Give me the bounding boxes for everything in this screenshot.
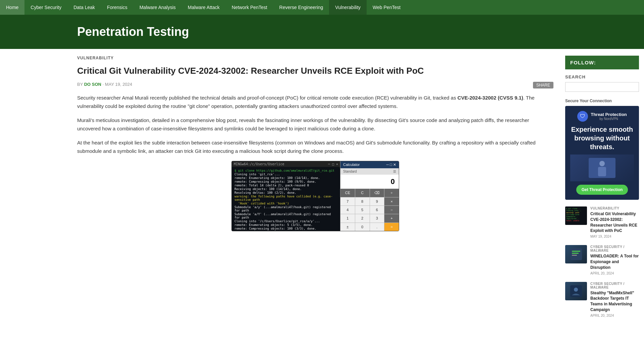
related-title-1[interactable]: Critical Git Vulnerability CVE-2024-3200… <box>590 211 639 234</box>
related-info-3: CYBER SECURITY / MALWARE Stealthy "MadMx… <box>590 282 639 317</box>
page-title: Penetration Testing <box>77 25 637 39</box>
calc-btn-3[interactable]: 3 <box>370 214 384 222</box>
svg-rect-3 <box>572 251 580 252</box>
calc-btn-6[interactable]: 6 <box>370 206 384 214</box>
calc-btn-multiply[interactable]: × <box>384 197 399 205</box>
calc-btn-c[interactable]: C <box>355 189 370 197</box>
shield-icon: 🛡 <box>577 111 588 122</box>
calc-mode-label: Standard <box>343 170 357 173</box>
ad-headline: Experience smooth browsing without threa… <box>570 125 634 151</box>
related-title-2[interactable]: WINELOADER: A Tool for Espionage and Dis… <box>590 253 639 270</box>
ad-person-illustration <box>589 158 615 178</box>
terminal-line-8: warning: the following paths have collid… <box>234 195 337 201</box>
nav-vulnerability[interactable]: Vulnerability <box>329 0 367 15</box>
sidebar-search-title: SEARCH <box>565 74 639 79</box>
ad-brand: Threat Protection <box>591 112 627 117</box>
wineloader-icon <box>569 247 584 262</box>
terminal-line-11: Submodule 'a/Y' (...amalmurali47/hook.gi… <box>234 213 337 219</box>
ad-image <box>570 155 634 181</box>
terminal-line-4: remote: Compressing objects: 100 (9/9), … <box>234 180 337 183</box>
svg-rect-4 <box>572 253 579 254</box>
calc-btn-1[interactable]: 1 <box>340 214 355 222</box>
terminal-line-9: 'Hook' collided with 'hook') <box>234 202 337 205</box>
page-header: Penetration Testing <box>0 15 644 49</box>
article-body: Security researcher Amal Murali recently… <box>77 94 553 156</box>
calc-btn-plus-minus[interactable]: ± <box>340 223 355 231</box>
calc-btn-decimal[interactable]: . <box>370 223 384 231</box>
calc-btn-add[interactable]: + <box>384 214 399 222</box>
ad-logo: 🛡 Threat Protection by NordVPN <box>570 111 634 122</box>
person-svg <box>595 160 609 176</box>
related-thumb-1: $ git clone... Cloning into... warning: … <box>565 206 587 225</box>
related-date-3: APRIL 20, 2024 <box>590 314 639 317</box>
sidebar-search: SEARCH <box>565 74 639 92</box>
nav-forensics[interactable]: Forensics <box>101 0 133 15</box>
nav-cyber-security[interactable]: Cyber Security <box>24 0 67 15</box>
calc-btn-4[interactable]: 4 <box>340 206 355 214</box>
calc-btn-backspace[interactable]: ⌫ <box>370 189 384 197</box>
search-input[interactable] <box>565 82 639 92</box>
article-category: VULNERABILITY <box>77 56 553 60</box>
terminal-line-14: remote: Compressing objects: 100 (3/3), … <box>234 227 337 230</box>
calc-btn-7[interactable]: 7 <box>340 197 355 205</box>
terminal-line-10: Submodule 'a/y' (...amalmurali47/hook.gi… <box>234 205 337 212</box>
terminal-line-7: Resolving deltas: 100 (2/2), done. <box>234 191 337 194</box>
article-meta: BY DO SON · MAY 19, 2024 SHARE <box>77 82 553 87</box>
secure-connection-title: Secure Your Connection <box>565 99 639 103</box>
main-content: VULNERABILITY Critical Git Vulnerability… <box>0 49 560 331</box>
related-article-3: CYBER SECURITY / MALWARE Stealthy "MadMx… <box>565 282 639 317</box>
related-article-2: CYBER SECURITY / MALWARE WINELOADER: A T… <box>565 245 639 275</box>
related-info-2: CYBER SECURITY / MALWARE WINELOADER: A T… <box>590 245 639 275</box>
calc-btn-ce[interactable]: CE <box>340 189 355 197</box>
calc-btn-8[interactable]: 8 <box>355 197 370 205</box>
related-date-2: APRIL 20, 2024 <box>590 272 639 275</box>
ad-cta-button[interactable]: Get Threat Protection <box>576 185 628 195</box>
related-cat-2: CYBER SECURITY / MALWARE <box>590 245 639 252</box>
nav-network-pentest[interactable]: Network PenTest <box>226 0 273 15</box>
sidebar-follow: FOLLOW: <box>565 56 639 69</box>
terminal-line-12: Cloning into '/c/Users/Userlice/git_rce/… <box>234 220 337 223</box>
calc-btn-2[interactable]: 2 <box>355 214 370 222</box>
calc-buttons: CE C ⌫ ÷ 7 8 9 × 4 5 6 − 1 2 3 + ± <box>340 189 399 231</box>
ad-box: 🛡 Threat Protection by NordVPN Experienc… <box>565 106 639 200</box>
nav-malware-attack[interactable]: Malware Attack <box>182 0 226 15</box>
related-cat-3: CYBER SECURITY / MALWARE <box>590 282 639 289</box>
related-thumb-2 <box>565 245 587 263</box>
calc-btn-equals[interactable]: = <box>384 223 399 231</box>
terminal-line-3: remote: Enumerating objects: 100 (14/14)… <box>234 176 337 180</box>
article-paragraph-2: Murali's meticulous investigation, detai… <box>77 116 553 133</box>
nav-data-leak[interactable]: Data Leak <box>67 0 101 15</box>
calc-display: 0 <box>340 175 399 189</box>
related-thumb-terminal: $ git clone... Cloning into... warning: … <box>565 206 587 225</box>
calc-title-bar: Calculator ─ □ ✕ <box>340 161 399 168</box>
calc-btn-subtract[interactable]: − <box>384 206 399 214</box>
sidebar: FOLLOW: SEARCH Secure Your Connection 🛡 … <box>560 49 644 331</box>
nav-malware-analysis[interactable]: Malware Analysis <box>133 0 182 15</box>
share-button[interactable]: SHARE <box>533 82 553 88</box>
svg-rect-2 <box>570 248 582 260</box>
ad-brand-sub: by NordVPN <box>591 117 627 121</box>
related-title-3[interactable]: Stealthy "MadMxShell" Backdoor Targets I… <box>590 290 639 313</box>
main-container: VULNERABILITY Critical Git Vulnerability… <box>0 49 644 331</box>
calculator-pane: Calculator ─ □ ✕ Standard ☰ 0 CE C ⌫ ÷ 7… <box>340 161 399 231</box>
nav-home[interactable]: Home <box>0 0 24 15</box>
main-nav: Home Cyber Security Data Leak Forensics … <box>0 0 644 15</box>
terminal-pane: MINGw64:/c/Users/Userlice ─ □ ✕ $ git cl… <box>232 161 340 231</box>
author-link[interactable]: DO SON <box>84 82 101 87</box>
backdoor-icon <box>569 284 584 299</box>
calc-btn-5[interactable]: 5 <box>355 206 370 214</box>
svg-point-7 <box>574 288 578 292</box>
calc-title: Calculator <box>343 163 360 167</box>
related-date-1: MAY 19, 2024 <box>590 235 639 238</box>
calc-btn-9[interactable]: 9 <box>370 197 384 205</box>
calc-btn-0[interactable]: 0 <box>355 223 370 231</box>
calc-btn-divide[interactable]: ÷ <box>384 189 399 197</box>
calc-mode: Standard ☰ <box>340 168 399 175</box>
ad-inner: 🛡 Threat Protection by NordVPN Experienc… <box>565 106 639 200</box>
calc-window-controls: ─ □ ✕ <box>386 163 396 167</box>
nav-web-pentest[interactable]: Web PenTest <box>367 0 407 15</box>
terminal-line-1: $ git clone https://github.com/amalmural… <box>234 169 337 172</box>
article-paragraph-3: At the heart of the exploit lies the sub… <box>77 138 553 156</box>
article-title: Critical Git Vulnerability CVE-2024-3200… <box>77 65 553 77</box>
nav-reverse-engineering[interactable]: Reverse Engineering <box>273 0 329 15</box>
